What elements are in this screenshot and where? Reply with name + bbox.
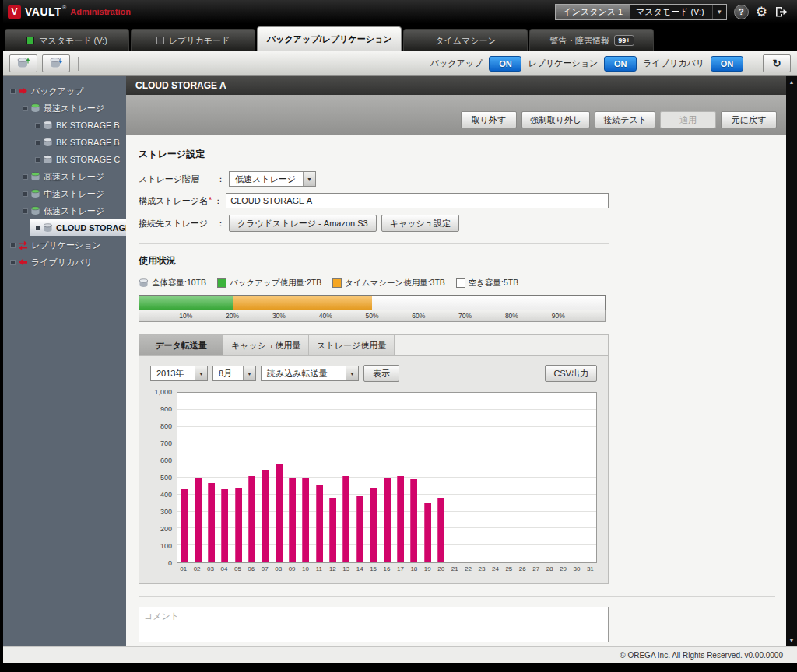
bar-cell bbox=[394, 393, 407, 562]
sidebar-item[interactable]: BK STORAGE B bbox=[3, 117, 126, 134]
comment-input[interactable] bbox=[139, 607, 609, 642]
y-tick-label: 100 bbox=[160, 542, 172, 550]
tab-label: マスタモード (V:) bbox=[39, 35, 107, 47]
connection-test-button[interactable]: 接続テスト bbox=[595, 111, 655, 128]
main-tabs: マスタモード (V:)レプリカモードバックアップ/レプリケーションタイムマシーン… bbox=[3, 23, 797, 51]
toolbar-right: バックアップONレプリケーションONライブリカバリON ↻ bbox=[430, 54, 791, 72]
chevron-down-icon[interactable]: ▼ bbox=[243, 366, 255, 380]
detach-button[interactable]: 取り外す bbox=[461, 111, 517, 128]
toggle-live-recovery-button[interactable]: ON bbox=[711, 56, 743, 72]
instance-selector[interactable]: インスタンス 1 マスタモード (V:) ▼ bbox=[555, 4, 726, 20]
sidebar-item[interactable]: BK STORAGE B bbox=[3, 134, 126, 151]
sidebar-item[interactable]: 最速ストレージ bbox=[3, 100, 126, 117]
metric-select[interactable]: 読み込み転送量 ▼ bbox=[261, 366, 359, 381]
tab-time-machine[interactable]: タイムマシーン bbox=[403, 29, 528, 51]
bar-cell bbox=[528, 393, 542, 562]
chevron-down-icon[interactable]: ▼ bbox=[195, 366, 207, 380]
chart-bar bbox=[195, 478, 202, 562]
sidebar-item-label: 最速ストレージ bbox=[44, 103, 104, 114]
usage-tick-label: 10% bbox=[179, 312, 192, 320]
year-select[interactable]: 2013年 ▼ bbox=[150, 366, 208, 381]
x-tick-label: 02 bbox=[190, 563, 203, 572]
legend-label: バックアップ使用量:2TB bbox=[230, 278, 321, 289]
sidebar-item[interactable]: ライブリカバリ bbox=[3, 254, 126, 271]
sidebar-item[interactable]: レプリケーション bbox=[3, 236, 126, 254]
storage-target-label: 接続先ストレージ bbox=[139, 218, 216, 229]
target-storage-button[interactable]: クラウドストレージ - Amazon S3 bbox=[229, 215, 377, 232]
y-tick-label: 200 bbox=[160, 525, 172, 533]
x-tick-label: 23 bbox=[475, 563, 488, 572]
tree-node-marker bbox=[36, 124, 40, 128]
x-tick-label: 08 bbox=[272, 563, 285, 572]
chevron-down-icon[interactable]: ▼ bbox=[712, 5, 726, 19]
sidebar-item[interactable]: CLOUD STORAGE bbox=[30, 219, 126, 236]
storage-target-row: 接続先ストレージ ： クラウドストレージ - Amazon S3 キャッシュ設定 bbox=[139, 215, 609, 232]
revert-button[interactable]: 元に戻す bbox=[721, 111, 777, 128]
green-square-icon bbox=[26, 37, 34, 44]
month-select[interactable]: 8月 ▼ bbox=[212, 366, 256, 381]
cache-settings-button[interactable]: キャッシュ設定 bbox=[381, 215, 459, 232]
storage-green-icon bbox=[30, 189, 40, 198]
toggle-backup-button[interactable]: ON bbox=[489, 56, 521, 72]
storage-name-label: 構成ストレージ名 bbox=[139, 195, 208, 207]
tree-node-marker bbox=[11, 261, 15, 264]
chart-bar bbox=[437, 498, 444, 562]
sidebar-item[interactable]: 中速ストレージ bbox=[3, 185, 126, 202]
chart-bar bbox=[370, 488, 377, 562]
tree-node-marker bbox=[23, 192, 27, 196]
tab-master-mode[interactable]: マスタモード (V:) bbox=[5, 29, 129, 51]
sidebar-item-label: 低速ストレージ bbox=[44, 205, 104, 217]
toggle-replication-button[interactable]: ON bbox=[604, 56, 637, 72]
chevron-down-icon[interactable]: ▼ bbox=[303, 172, 315, 186]
storage-green-icon bbox=[30, 206, 40, 215]
tab-replica-mode[interactable]: レプリカモード bbox=[131, 29, 255, 51]
force-detach-button[interactable]: 強制取り外し bbox=[521, 111, 591, 128]
topbar: V VAULT ® Administration インスタンス 1 マスタモード… bbox=[3, 0, 797, 23]
logout-icon[interactable] bbox=[774, 6, 789, 18]
chart-tab-data-transfer[interactable]: データ転送量 bbox=[139, 335, 223, 355]
toolbar-divider bbox=[78, 57, 79, 71]
bar-cell bbox=[286, 393, 299, 562]
topbar-controls: インスタンス 1 マスタモード (V:) ▼ ? ⚙ bbox=[555, 4, 789, 20]
csv-export-button[interactable]: CSV出力 bbox=[545, 365, 597, 382]
tree-node-marker bbox=[23, 209, 27, 213]
bar-cell bbox=[434, 393, 448, 562]
chart-tab-cache-usage[interactable]: キャッシュ使用量 bbox=[223, 335, 309, 355]
usage-tick-label: 30% bbox=[272, 312, 286, 320]
bar-cell bbox=[420, 393, 434, 562]
sidebar-item[interactable]: バックアップ bbox=[3, 82, 126, 100]
y-tick-label: 400 bbox=[160, 491, 172, 499]
free-space-segment bbox=[372, 296, 605, 310]
x-tick-label: 05 bbox=[231, 563, 244, 572]
sidebar-item[interactable]: BK STORAGE C bbox=[3, 151, 126, 168]
help-button[interactable]: ? bbox=[734, 5, 749, 19]
month-value: 8月 bbox=[213, 366, 237, 380]
sidebar-item-label: バックアップ bbox=[31, 86, 84, 97]
storage-detach-button[interactable] bbox=[42, 54, 70, 72]
vault-logo-icon: V bbox=[8, 5, 21, 19]
bar-cell bbox=[245, 393, 258, 562]
tab-backup-replication[interactable]: バックアップ/レプリケーション bbox=[257, 26, 402, 51]
scroll-up-icon[interactable]: ▲ bbox=[789, 79, 795, 85]
vertical-scrollbar[interactable]: ▲ ▼ bbox=[786, 76, 797, 646]
tab-alerts[interactable]: 警告・障害情報99+ bbox=[529, 29, 654, 51]
chart-x-axis: 0102030405060708091011121314151617181920… bbox=[177, 563, 597, 572]
legend-swatch bbox=[332, 278, 342, 288]
storage-name-input[interactable] bbox=[226, 193, 609, 208]
settings-gear-icon[interactable]: ⚙ bbox=[756, 5, 767, 19]
show-button[interactable]: 表示 bbox=[363, 365, 399, 382]
storage-tier-label: ストレージ階層 bbox=[139, 173, 216, 185]
chart-bar bbox=[181, 489, 188, 562]
scroll-down-icon[interactable]: ▼ bbox=[789, 638, 795, 643]
chevron-down-icon[interactable]: ▼ bbox=[346, 366, 358, 380]
section-divider bbox=[139, 243, 609, 244]
refresh-button[interactable]: ↻ bbox=[763, 54, 791, 72]
storage-tier-value: 低速ストレージ bbox=[230, 172, 301, 186]
storage-tier-select[interactable]: 低速ストレージ ▼ bbox=[229, 171, 316, 187]
usage-tick-label: 50% bbox=[365, 312, 378, 320]
storage-attach-button[interactable] bbox=[9, 54, 37, 72]
chart-tab-storage-usage[interactable]: ストレージ使用量 bbox=[309, 335, 395, 355]
instance-button[interactable]: インスタンス 1 bbox=[556, 5, 630, 19]
sidebar-item[interactable]: 低速ストレージ bbox=[3, 202, 126, 219]
sidebar-item[interactable]: 高速ストレージ bbox=[3, 168, 126, 185]
